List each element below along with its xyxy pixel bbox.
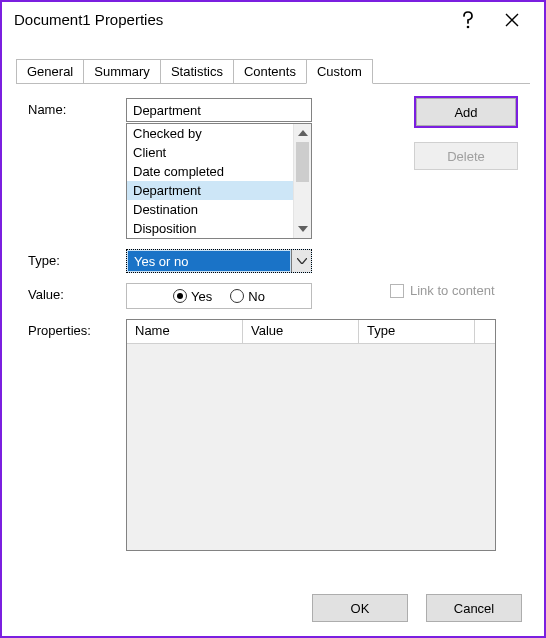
type-combo[interactable]: Yes or no [126,249,312,273]
svg-point-0 [467,25,470,28]
ok-button[interactable]: OK [312,594,408,622]
name-suggestion-list[interactable]: Checked by Client Date completed Departm… [126,123,312,239]
type-label: Type: [28,249,116,268]
properties-grid-header: Name Value Type [127,320,495,344]
close-icon[interactable] [490,5,534,35]
list-item[interactable]: Department [127,181,293,200]
tab-summary[interactable]: Summary [83,59,161,84]
value-radio-no[interactable]: No [230,289,265,304]
list-item[interactable]: Disposition [127,219,293,238]
window-title: Document1 Properties [14,11,446,28]
name-label: Name: [28,98,116,117]
scroll-thumb[interactable] [296,142,309,182]
chevron-down-icon[interactable] [291,250,311,272]
name-input[interactable] [126,98,312,122]
scroll-up-icon[interactable] [294,124,312,142]
list-item[interactable]: Checked by [127,124,293,143]
properties-label: Properties: [28,319,116,338]
link-to-content-checkbox: Link to content [390,283,518,298]
column-header-name[interactable]: Name [127,320,243,344]
add-button-highlight: Add [414,96,518,128]
radio-label: No [248,289,265,304]
dialog-footer: OK Cancel [2,580,544,636]
checkbox-label: Link to content [410,283,495,298]
properties-grid-rows [127,344,495,550]
tab-strip: General Summary Statistics Contents Cust… [2,38,544,84]
list-item[interactable]: Destination [127,200,293,219]
type-combo-value: Yes or no [128,251,290,271]
dialog-body: Name: Checked by Client Date completed D… [2,84,544,580]
cancel-button[interactable]: Cancel [426,594,522,622]
title-bar: Document1 Properties [2,2,544,38]
radio-label: Yes [191,289,212,304]
name-cell: Checked by Client Date completed Departm… [126,98,380,239]
tab-custom[interactable]: Custom [306,59,373,84]
tab-contents[interactable]: Contents [233,59,307,84]
tab-statistics[interactable]: Statistics [160,59,234,84]
side-button-column: Add Delete [414,96,518,170]
dialog-frame: Document1 Properties General Summary Sta… [0,0,546,638]
column-header-spacer [475,320,495,344]
column-header-type[interactable]: Type [359,320,475,344]
name-list-scrollbar[interactable] [293,124,311,238]
delete-button: Delete [414,142,518,170]
scroll-down-icon[interactable] [294,220,312,238]
tab-general[interactable]: General [16,59,84,84]
radio-icon [173,289,187,303]
add-button[interactable]: Add [416,98,516,126]
column-header-value[interactable]: Value [243,320,359,344]
list-item[interactable]: Date completed [127,162,293,181]
value-radio-yes[interactable]: Yes [173,289,212,304]
value-cell: Yes No [126,283,380,309]
radio-icon [230,289,244,303]
value-label: Value: [28,283,116,302]
properties-grid[interactable]: Name Value Type [126,319,496,551]
list-item[interactable]: Client [127,143,293,162]
value-radio-group: Yes No [126,283,312,309]
help-icon[interactable] [446,5,490,35]
checkbox-box-icon [390,284,404,298]
